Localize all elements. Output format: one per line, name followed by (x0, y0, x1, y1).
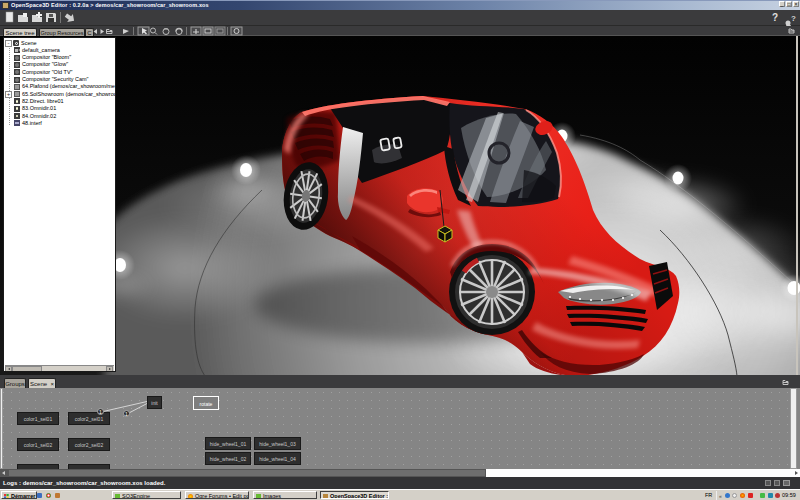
svg-text:?: ? (772, 12, 778, 23)
svg-text:?: ? (791, 14, 796, 23)
